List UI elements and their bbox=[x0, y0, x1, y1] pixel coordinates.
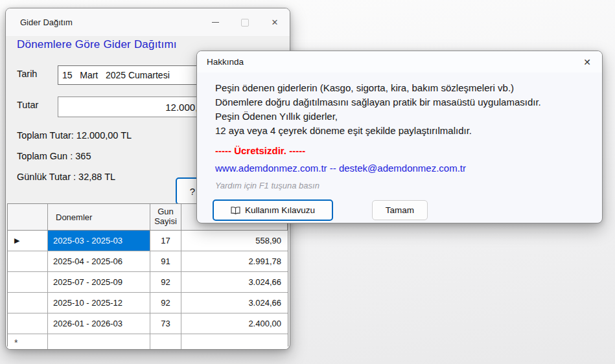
cell-gun-sayisi[interactable]: 92 bbox=[150, 293, 181, 313]
about-dialog: Hakkında ✕ Peşin ödenen giderlerin (Kasg… bbox=[196, 51, 603, 223]
total-amount-text: Toplam Tutar: 12.000,00 TL bbox=[17, 130, 132, 141]
user-manual-button[interactable]: Kullanım Kılavuzu bbox=[213, 199, 333, 221]
about-line: Peşin Ödenen Yıllık giderler, bbox=[215, 109, 541, 124]
table-row[interactable]: 2025-10 - 2025-12 92 3.024,66 bbox=[8, 293, 288, 313]
user-manual-button-label: Kullanım Kılavuzu bbox=[245, 205, 315, 215]
table-row[interactable]: 2025-07 - 2025-09 92 3.024,66 bbox=[8, 272, 288, 293]
about-line: Dönemlere doğru dağıtılmasını sağlayan p… bbox=[215, 95, 541, 109]
row-selector[interactable] bbox=[8, 313, 48, 334]
close-icon: ✕ bbox=[583, 57, 591, 67]
manual-book-icon bbox=[231, 207, 240, 214]
cell-gun-sayisi-empty[interactable] bbox=[150, 334, 181, 350]
new-row-icon: * bbox=[14, 337, 17, 348]
cell-donem-tutari-empty[interactable] bbox=[181, 334, 288, 350]
website-email-links[interactable]: www.ademdonmez.com.tr -- destek@ademdonm… bbox=[215, 163, 466, 174]
amount-input[interactable]: 12.000,00 bbox=[58, 97, 213, 117]
daily-amount-text: Günlük Tutar : 32,88 TL bbox=[17, 172, 115, 182]
cell-donem-tutari[interactable]: 3.024,66 bbox=[181, 293, 288, 313]
current-row-icon: ▶ bbox=[14, 236, 19, 245]
dialog-title: Hakkında bbox=[197, 57, 572, 67]
cell-donem-tutari[interactable]: 2.991,78 bbox=[181, 251, 288, 271]
row-selector[interactable] bbox=[8, 272, 48, 292]
cell-donem-tutari[interactable]: 2.400,00 bbox=[181, 313, 288, 334]
about-line: Peşin ödenen giderlerin (Kasgo, sigorta,… bbox=[215, 81, 541, 95]
close-button[interactable]: ✕ bbox=[260, 8, 290, 36]
page-title: Dönemlere Göre Gider Dağıtımı bbox=[17, 38, 177, 51]
table-row[interactable]: 2025-04 - 2025-06 91 2.991,78 bbox=[8, 251, 288, 272]
table-row[interactable]: ▶ 2025-03 - 2025-03 17 558,90 bbox=[8, 231, 288, 251]
free-of-charge-text: ----- Ücretsizdir. ----- bbox=[215, 145, 305, 156]
maximize-icon bbox=[241, 19, 249, 27]
row-selector[interactable] bbox=[8, 251, 48, 271]
tarih-label: Tarih bbox=[17, 69, 37, 79]
dialog-close-button[interactable]: ✕ bbox=[572, 51, 602, 73]
cell-donem-tutari[interactable]: 558,90 bbox=[181, 231, 288, 251]
minimize-button[interactable] bbox=[200, 8, 230, 36]
date-picker[interactable]: 15 Mart 2025 Cumartesi bbox=[58, 65, 218, 85]
table-row[interactable]: 2026-01 - 2026-03 73 2.400,00 bbox=[8, 313, 288, 334]
tutar-label: Tutar bbox=[17, 100, 38, 110]
cell-donemler[interactable]: 2026-01 - 2026-03 bbox=[48, 313, 150, 334]
about-description: Peşin ödenen giderlerin (Kasgo, sigorta,… bbox=[215, 81, 541, 138]
about-line: 12 aya veya 4 çeyrek döneme eşit şekilde… bbox=[215, 124, 541, 138]
cell-donem-tutari[interactable]: 3.024,66 bbox=[181, 272, 288, 292]
cell-donemler-empty[interactable] bbox=[48, 334, 150, 350]
periods-grid: Donemler Gun Sayisi Donem Tutari ▶ 2025-… bbox=[7, 203, 288, 347]
window-title: Gider Dağıtım bbox=[6, 17, 200, 27]
cell-donemler[interactable]: 2025-04 - 2025-06 bbox=[48, 251, 150, 271]
grid-header-donemler[interactable]: Donemler bbox=[48, 204, 150, 230]
caption-buttons: ✕ bbox=[200, 8, 290, 36]
row-selector[interactable] bbox=[8, 293, 48, 313]
total-days-text: Toplam Gun : 365 bbox=[17, 151, 91, 161]
cell-donemler[interactable]: 2025-03 - 2025-03 bbox=[48, 231, 150, 251]
cell-donemler[interactable]: 2025-07 - 2025-09 bbox=[48, 272, 150, 292]
grid-new-row[interactable]: * bbox=[8, 334, 288, 350]
minimize-icon bbox=[212, 22, 219, 23]
f1-help-hint: Yardım için F1 tuşuna basın bbox=[215, 181, 319, 190]
ok-button-label: Tamam bbox=[386, 205, 414, 215]
main-titlebar: Gider Dağıtım ✕ bbox=[6, 8, 290, 37]
maximize-button[interactable] bbox=[230, 8, 260, 36]
cell-gun-sayisi[interactable]: 73 bbox=[150, 313, 181, 334]
cell-gun-sayisi[interactable]: 91 bbox=[150, 251, 181, 271]
cell-gun-sayisi[interactable]: 92 bbox=[150, 272, 181, 292]
grid-header-gun-sayisi[interactable]: Gun Sayisi bbox=[150, 204, 181, 230]
dialog-titlebar: Hakkında ✕ bbox=[197, 51, 602, 73]
cell-donemler[interactable]: 2025-10 - 2025-12 bbox=[48, 293, 150, 313]
cell-gun-sayisi[interactable]: 17 bbox=[150, 231, 181, 251]
grid-header-selector bbox=[8, 204, 48, 230]
ok-button[interactable]: Tamam bbox=[372, 200, 428, 220]
close-icon: ✕ bbox=[272, 17, 279, 27]
